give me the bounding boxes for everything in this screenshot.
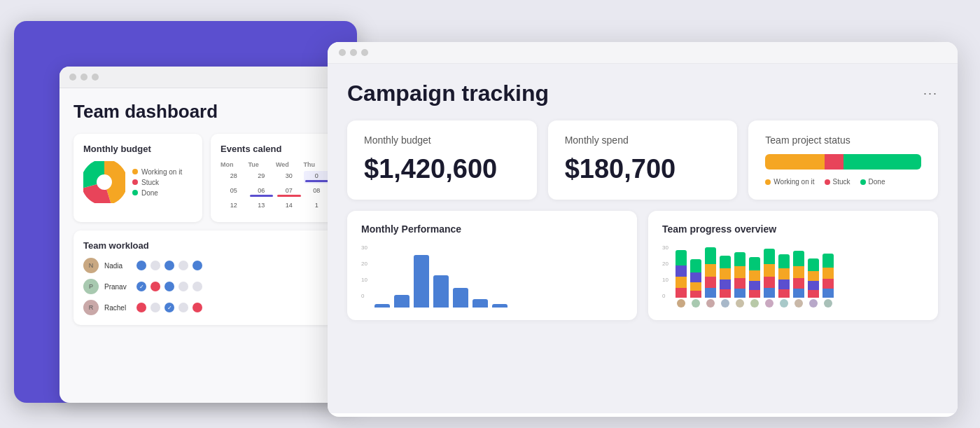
stacked-bar-col [822,254,834,308]
cal-cell: 29 [248,171,275,184]
more-options-button[interactable]: ··· [923,86,938,101]
pie-legend: Working on it Stuck Done [132,168,182,197]
stacked-bar-col [749,257,760,308]
bar [394,295,410,308]
cal-row-1: 28 29 30 0 [220,171,330,184]
status-working [765,154,825,170]
cal-row-3: 12 13 14 1 [220,200,330,210]
monthly-spend-value: $180,700 [565,154,721,184]
bar [472,299,488,308]
window-chrome-team [59,67,354,88]
window-dot-1 [69,74,76,81]
status-legend-label-done: Done [869,178,886,186]
stacked-bar [764,249,775,298]
stacked-bar [690,259,701,298]
legend-label-working: Working on it [141,168,182,176]
y-label: 10 [361,277,368,283]
cal-tue: Tue [248,161,275,168]
stacked-seg [690,259,701,272]
y-label: 20 [662,261,668,267]
bar [492,304,507,308]
main-dot-1 [339,49,346,56]
bar-col [453,288,468,308]
stacked-seg [793,251,804,266]
stacked-seg [764,288,775,298]
monthly-budget-value: $1,420,600 [364,154,520,184]
window-dot-2 [80,74,88,81]
stacked-bar [778,254,790,298]
task-dots-nadia [136,261,202,270]
avatar-pranav: P [83,279,99,294]
task-dot [150,282,160,291]
cal-cell: 12 [220,200,247,210]
stacked-seg [778,268,790,279]
team-monthly-budget-card: Monthly budget Working on it [74,134,202,222]
cal-cell: 13 [248,200,275,210]
stacked-seg [808,281,819,290]
stacked-seg [734,252,746,266]
task-dot [192,303,202,312]
stacked-seg [764,249,775,264]
stacked-seg [749,270,760,281]
avatar-xs [706,299,715,308]
stacked-bar-chart [676,244,834,308]
bar [414,255,429,308]
y-label: 30 [361,244,368,251]
status-stuck [825,154,844,170]
task-dot-check: ✓ [164,303,174,312]
stacked-bar [749,257,760,298]
workload-row-pranav: P Pranav ✓ [83,279,330,294]
legend-dot-stuck [132,179,138,185]
status-legend-dot-done [860,179,866,185]
avatar-xs [780,299,788,308]
main-dot-2 [350,49,357,56]
status-legend-stuck: Stuck [825,178,850,186]
monthly-budget-label: Monthly budget [364,134,520,146]
cal-cell: 08 [304,186,330,198]
person-name-rachel: Rachel [104,304,131,312]
campaign-title: Campaign tracking [347,81,549,106]
team-progress-title: Team progress overview [662,223,924,235]
stacked-bar-col [734,252,746,308]
y-label: 20 [361,261,368,267]
status-bar [765,154,921,170]
status-legend-dot-stuck [825,179,830,185]
bar-col [374,304,390,308]
monthly-performance-chart: 30 20 10 0 [361,244,623,308]
stacked-seg [705,288,716,298]
avatar-xs [736,299,744,308]
stacked-bar-col [764,249,775,308]
stacked-seg [734,289,746,298]
avatar-xs [794,299,803,308]
pie-section: Working on it Stuck Done [83,161,192,203]
team-workload-card: Team workload N Nadia P Pranav ✓ [74,230,340,325]
legend-working: Working on it [132,168,182,176]
bar [453,288,468,308]
cal-cell: 14 [276,200,302,210]
main-window-chrome [328,42,958,64]
stacked-seg [808,290,819,298]
stacked-seg [822,268,834,279]
team-events-calendar-card: Events calend Mon Tue Wed Thu 28 29 30 0 [211,134,340,222]
main-header: Campaign tracking ··· [347,81,938,106]
avatar-xs [765,299,774,308]
cal-cell: 1 [304,200,330,210]
stacked-seg [676,265,687,277]
cal-cell: 07 [276,186,302,198]
stacked-seg [778,279,790,289]
task-dot [192,282,202,291]
calendar-mini: Mon Tue Wed Thu 28 29 30 0 05 [220,161,330,210]
task-dots-rachel: ✓ [136,303,202,312]
cal-header: Mon Tue Wed Thu [220,161,330,168]
y-label: 30 [662,244,668,251]
monthly-budget-card: Monthly budget $1,420,600 [347,120,537,200]
main-dot-3 [361,49,368,56]
stacked-seg [676,250,687,265]
legend-label-done: Done [141,189,158,197]
stacked-bar [676,250,687,298]
stacked-bar [720,256,731,298]
stacked-bar-col [676,250,687,308]
stacked-seg [808,271,819,281]
stacked-seg [690,272,701,282]
task-dots-pranav: ✓ [136,282,202,291]
